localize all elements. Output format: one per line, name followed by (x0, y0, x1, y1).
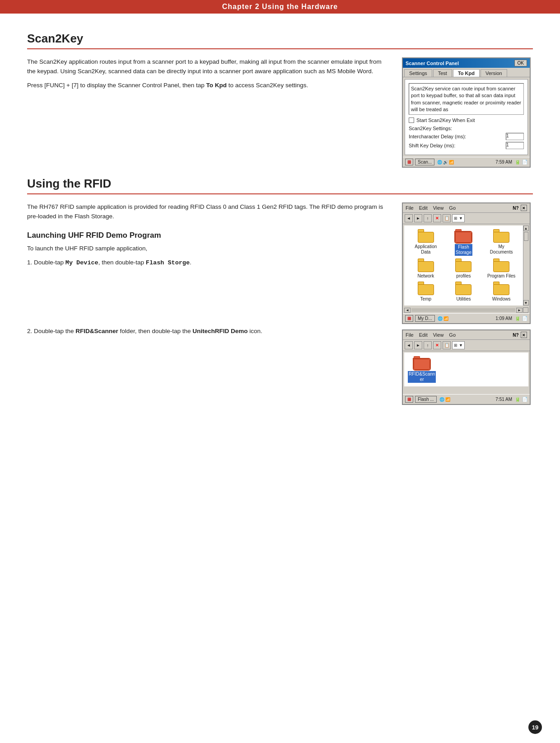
fe1-item-flashstorage[interactable]: FlashStorage (446, 229, 482, 256)
scan2key-title: Scan2Key (27, 32, 533, 46)
scanner-field1-input[interactable]: 1 (506, 133, 524, 140)
scanner-tabs: Settings Test To Kpd Version (403, 68, 530, 77)
fe1-menu-go[interactable]: Go (449, 205, 456, 211)
fe2-taskbar-time: 7:51 AM (495, 397, 512, 402)
scan2key-divider (27, 48, 533, 49)
fe1-start-button[interactable]: ⊞ (405, 315, 413, 322)
fe2-dropdown-arrow: ▼ (459, 343, 463, 348)
scan2key-para2-text: Press [FUNC] + [7] to display the Scanne… (27, 82, 206, 89)
scanner-description: Scan2Key service can route input from sc… (411, 85, 522, 113)
fe1-view-dropdown[interactable]: ⊞ ▼ (452, 214, 465, 222)
fe2-taskbar-flash-btn[interactable]: Flash ... (415, 396, 437, 403)
fe2-menu-file[interactable]: File (406, 332, 414, 338)
fe1-item-mydocs[interactable]: MyDocuments (483, 229, 519, 256)
fe1-hscroll-right[interactable]: ► (516, 308, 523, 313)
rfid-para1: The RH767 RFID sample application is pro… (27, 202, 388, 221)
appdata-folder-icon (418, 229, 434, 243)
fe1-item-utilities[interactable]: Utilities (446, 282, 482, 302)
scanner-checkbox-row: Start Scan2Key When Exit (409, 118, 524, 123)
step2-unitechRFID: UnitechRFID Demo (192, 328, 247, 334)
utilities-label: Utilities (456, 296, 471, 302)
fe1-menu-file[interactable]: File (406, 205, 414, 211)
fe2-menubar: File Edit View Go N? × (403, 330, 530, 340)
fe1-back-button[interactable]: ◄ (405, 214, 413, 222)
fe1-taskbar-doc-icon: 📄 (522, 316, 527, 321)
launching-intro: To launch the UHF RFID sample applicatio… (27, 244, 388, 254)
programfiles-label: Program Files (487, 273, 515, 279)
scanner-ok-button[interactable]: OK (514, 60, 527, 66)
fe2-menus: File Edit View Go (406, 332, 456, 338)
fe1-item-programfiles[interactable]: Program Files (483, 259, 519, 279)
fe1-forward-button[interactable]: ► (414, 214, 422, 222)
fe2-forward-button[interactable]: ► (414, 341, 422, 349)
fe2-start-button[interactable]: ⊞ (405, 396, 413, 403)
fe1-menu-edit[interactable]: Edit (419, 205, 428, 211)
tab-test[interactable]: Test (433, 69, 452, 77)
fe1-menu-view[interactable]: View (433, 205, 444, 211)
fe1-scroll-up[interactable]: ▲ (523, 226, 529, 231)
fe2-up-button[interactable]: ↑ (424, 341, 432, 349)
scanner-start-button[interactable]: ⊞ (405, 159, 413, 165)
fe2-menu-view[interactable]: View (433, 332, 444, 338)
mydocs-folder-icon (493, 229, 509, 243)
fe1-scroll-down[interactable]: ▼ (523, 300, 529, 306)
fe1-taskbar-globe-icon: 🌐 (438, 316, 443, 321)
scanner-field2-input[interactable]: 1 (506, 142, 524, 149)
scanner-taskbar-time: 7:59 AM (495, 160, 512, 165)
fe1-item-windows[interactable]: Windows (483, 282, 519, 302)
fe1-help-icon[interactable]: N? (513, 206, 518, 211)
fe2-back-button[interactable]: ◄ (405, 341, 413, 349)
step1-spacer (27, 273, 388, 327)
scanner-body: Scan2Key service can route input from sc… (405, 79, 528, 155)
fe1-delete-button[interactable]: ✕ (433, 214, 441, 222)
programfiles-folder-icon (493, 259, 509, 272)
rfid-title: Using the RFID (27, 177, 533, 191)
scanner-panel-area: Scanner Control Panel OK Settings Test T… (402, 57, 533, 168)
rfid-folder-icon (414, 356, 430, 370)
fe2-copy-button[interactable]: 📋 (443, 341, 451, 349)
fe1-item-network[interactable]: Network (408, 259, 444, 279)
fe1-item-profiles[interactable]: profiles (446, 259, 482, 279)
flashstorage-folder-icon (455, 229, 471, 243)
utilities-folder-icon (455, 282, 471, 295)
scanner-checkbox[interactable] (409, 118, 414, 123)
fe1-copy-button[interactable]: 📋 (443, 214, 451, 222)
scan2key-section: The Scan2Key application routes input fr… (27, 57, 533, 168)
scanner-taskbar-scan-btn[interactable]: Scan... (415, 159, 434, 165)
scan2key-tokpd: To Kpd (206, 82, 227, 89)
fe2-menu-edit[interactable]: Edit (419, 332, 428, 338)
tab-settings[interactable]: Settings (404, 69, 432, 77)
fe2-delete-button[interactable]: ✕ (433, 341, 441, 349)
step2-rfidscanner: RFID&Scanner (75, 328, 118, 334)
fe2-close-button[interactable]: × (521, 332, 527, 338)
step1-end: . (190, 259, 191, 266)
scan2key-text: The Scan2Key application routes input fr… (27, 57, 388, 168)
fe1-scroll-thumb[interactable] (524, 232, 528, 241)
rfid-divider (27, 193, 533, 194)
fe2-view-dropdown[interactable]: ⊞ ▼ (452, 341, 465, 349)
tab-version[interactable]: Version (481, 69, 507, 77)
step2-mid: folder, then double-tap the (118, 328, 192, 334)
fe1-view-label: ⊞ (454, 216, 457, 221)
file-explorer-2: File Edit View Go N? × ◄ ► ↑ ✕ 📋 (402, 329, 531, 405)
fe2-taskbar-doc-icon: 📄 (522, 397, 527, 402)
fe1-close-button[interactable]: × (521, 205, 527, 211)
fe2-file-grid: RFID&Scanner (404, 353, 528, 386)
fe2-help-icon[interactable]: N? (513, 333, 518, 338)
fe2-taskbar-flash-label: Flash ... (418, 397, 434, 402)
scanner-titlebar: Scanner Control Panel OK (403, 58, 530, 68)
fe1-up-button[interactable]: ↑ (424, 214, 432, 222)
fe1-taskbar-mydevice-btn[interactable]: My D... (415, 315, 435, 322)
fe1-item-appdata[interactable]: ApplicationData (408, 229, 444, 256)
fe1-hscroll-left[interactable]: ◄ (404, 308, 411, 313)
windows-folder-icon (493, 282, 509, 295)
tab-tokpd[interactable]: To Kpd (453, 69, 480, 77)
fe2-menu-go[interactable]: Go (449, 332, 456, 338)
taskbar-signal-icon: 📶 (449, 160, 454, 165)
scanner-settings-label: Scan2Key Settings: (409, 126, 524, 131)
fe2-hscroll (404, 388, 528, 394)
scanner-field2-value: 1 (506, 142, 509, 147)
scanner-control-panel: Scanner Control Panel OK Settings Test T… (402, 57, 531, 168)
fe2-item-rfid[interactable]: RFID&Scanner (408, 356, 436, 383)
fe1-item-temp[interactable]: Temp (408, 282, 444, 302)
